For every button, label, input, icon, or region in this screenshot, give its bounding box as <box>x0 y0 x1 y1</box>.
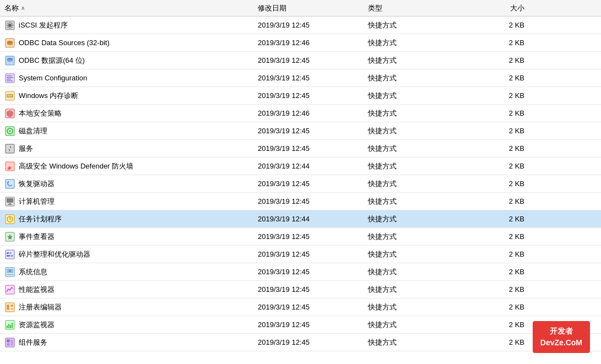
svg-rect-30 <box>9 203 11 204</box>
file-date-cell: 2019/3/19 12:45 <box>253 268 364 276</box>
svg-point-5 <box>7 43 13 45</box>
file-name-cell: 资源监视器 <box>0 319 253 330</box>
file-type-cell: 快捷方式 <box>364 144 463 154</box>
file-date-cell: 2019/3/19 12:45 <box>253 338 364 346</box>
table-row[interactable]: 磁盘清理 2019/3/19 12:45 快捷方式 2 KB <box>0 122 601 140</box>
file-name-label: Windows 内存诊断 <box>19 91 78 101</box>
file-icon <box>4 267 15 278</box>
table-row[interactable]: 任务计划程序 2019/3/19 12:44 快捷方式 2 KB <box>0 210 601 228</box>
table-row[interactable]: 系统信息 2019/3/19 12:45 快捷方式 2 KB <box>0 263 601 281</box>
file-icon <box>4 284 15 295</box>
svg-point-9 <box>7 59 13 62</box>
file-rows-container: iSCSI 发起程序 2019/3/19 12:45 快捷方式 2 KB ODB… <box>0 17 601 351</box>
file-icon <box>4 90 15 101</box>
file-icon <box>4 214 15 225</box>
file-size-cell: 2 KB <box>463 197 529 205</box>
sort-arrow-name: ∧ <box>21 5 25 11</box>
file-size-cell: 2 KB <box>463 144 529 153</box>
file-name-cell: 高级安全 Windows Defender 防火墙 <box>0 161 253 172</box>
table-row[interactable]: 计算机管理 2019/3/19 12:45 快捷方式 2 KB <box>0 193 601 210</box>
file-name-label: System Configuration <box>19 74 87 82</box>
header-date-label: 修改日期 <box>258 3 286 13</box>
file-type-cell: 快捷方式 <box>364 214 463 224</box>
file-name-cell: 注册表编辑器 <box>0 302 253 313</box>
file-date-cell: 2019/3/19 12:45 <box>253 197 364 205</box>
file-name-cell: ODBC Data Sources (32-bit) <box>0 37 253 48</box>
file-name-label: 性能监视器 <box>19 285 55 295</box>
table-row[interactable]: 资源监视器 2019/3/19 12:45 快捷方式 2 KB <box>0 316 601 334</box>
file-type-cell: 快捷方式 <box>364 197 463 207</box>
file-name-label: 系统信息 <box>19 267 47 277</box>
table-row[interactable]: ODBC 数据源(64 位) 2019/3/19 12:45 快捷方式 2 KB <box>0 52 601 69</box>
column-headers: 名称 ∧ 修改日期 类型 大小 <box>0 0 601 17</box>
file-name-label: 磁盘清理 <box>19 126 47 136</box>
svg-point-1 <box>8 24 12 27</box>
file-type-cell: 快捷方式 <box>364 232 463 242</box>
file-date-cell: 2019/3/19 12:45 <box>253 56 364 64</box>
table-row[interactable]: 性能监视器 2019/3/19 12:45 快捷方式 2 KB <box>0 281 601 298</box>
svg-rect-31 <box>8 204 12 205</box>
file-name-label: 组件服务 <box>19 338 47 347</box>
file-type-cell: 快捷方式 <box>364 108 463 118</box>
file-size-cell: 2 KB <box>463 127 529 135</box>
watermark-line2: DevZe.CoM <box>540 337 582 349</box>
file-size-cell: 2 KB <box>463 250 529 258</box>
file-name-label: 恢复驱动器 <box>19 179 55 189</box>
file-date-cell: 2019/3/19 12:45 <box>253 21 364 29</box>
file-size-cell: 2 KB <box>463 56 529 64</box>
file-date-cell: 2019/3/19 12:46 <box>253 109 364 117</box>
file-date-cell: 2019/3/19 12:45 <box>253 91 364 100</box>
header-type-label: 类型 <box>368 3 382 13</box>
svg-rect-57 <box>10 339 13 346</box>
table-row[interactable]: 高级安全 Windows Defender 防火墙 2019/3/19 12:4… <box>0 157 601 175</box>
file-name-cell: 系统信息 <box>0 267 253 278</box>
table-row[interactable]: ODBC Data Sources (32-bit) 2019/3/19 12:… <box>0 34 601 52</box>
file-name-label: 事件查看器 <box>19 232 55 242</box>
file-type-cell: 快捷方式 <box>364 179 463 189</box>
file-name-cell: 任务计划程序 <box>0 214 253 225</box>
header-type[interactable]: 类型 <box>364 1 463 15</box>
file-name-cell: System Configuration <box>0 73 253 84</box>
table-row[interactable]: System Configuration 2019/3/19 12:45 快捷方… <box>0 69 601 87</box>
file-type-cell: 快捷方式 <box>364 285 463 295</box>
header-name[interactable]: 名称 ∧ <box>0 1 253 15</box>
svg-rect-11 <box>7 75 12 77</box>
file-size-cell: 2 KB <box>463 91 529 100</box>
svg-rect-12 <box>7 77 13 78</box>
svg-rect-43 <box>7 274 13 275</box>
file-name-cell: 事件查看器 <box>0 231 253 242</box>
file-size-cell: 2 KB <box>463 338 529 346</box>
file-type-cell: 快捷方式 <box>364 73 463 83</box>
svg-rect-35 <box>6 250 14 259</box>
table-row[interactable]: 组件服务 2019/3/19 12:45 快捷方式 2 KB <box>0 334 601 351</box>
file-name-cell: 恢复驱动器 <box>0 178 253 189</box>
table-row[interactable]: Windows 内存诊断 2019/3/19 12:45 快捷方式 2 KB <box>0 87 601 105</box>
file-name-label: 计算机管理 <box>19 197 55 207</box>
file-type-cell: 快捷方式 <box>364 38 463 48</box>
file-name-label: 任务计划程序 <box>19 214 62 224</box>
file-type-cell: 快捷方式 <box>364 249 463 259</box>
table-row[interactable]: 碎片整理和优化驱动器 2019/3/19 12:45 快捷方式 2 KB <box>0 246 601 263</box>
file-date-cell: 2019/3/19 12:45 <box>253 232 364 241</box>
header-date[interactable]: 修改日期 <box>253 1 364 15</box>
file-size-cell: 2 KB <box>463 268 529 276</box>
file-name-label: ODBC Data Sources (32-bit) <box>19 39 110 47</box>
svg-rect-17 <box>8 95 9 96</box>
header-size[interactable]: 大小 <box>463 1 529 15</box>
file-icon <box>4 55 15 66</box>
table-row[interactable]: 注册表编辑器 2019/3/19 12:45 快捷方式 2 KB <box>0 298 601 316</box>
file-name-label: 本地安全策略 <box>19 108 62 118</box>
file-name-label: 注册表编辑器 <box>19 302 62 312</box>
svg-rect-14 <box>7 80 13 82</box>
table-row[interactable]: 本地安全策略 2019/3/19 12:46 快捷方式 2 KB <box>0 105 601 122</box>
file-date-cell: 2019/3/19 12:45 <box>253 74 364 82</box>
table-row[interactable]: iSCSI 发起程序 2019/3/19 12:45 快捷方式 2 KB <box>0 17 601 34</box>
table-row[interactable]: 服务 2019/3/19 12:45 快捷方式 2 KB <box>0 140 601 157</box>
file-icon <box>4 37 15 48</box>
file-name-label: ODBC 数据源(64 位) <box>19 56 85 66</box>
watermark: 开发者 DevZe.CoM <box>533 321 590 353</box>
table-row[interactable]: 恢复驱动器 2019/3/19 12:45 快捷方式 2 KB <box>0 175 601 193</box>
file-name-label: 资源监视器 <box>19 320 55 330</box>
table-row[interactable]: 事件查看器 2019/3/19 12:45 快捷方式 2 KB <box>0 228 601 246</box>
svg-rect-47 <box>10 305 13 307</box>
